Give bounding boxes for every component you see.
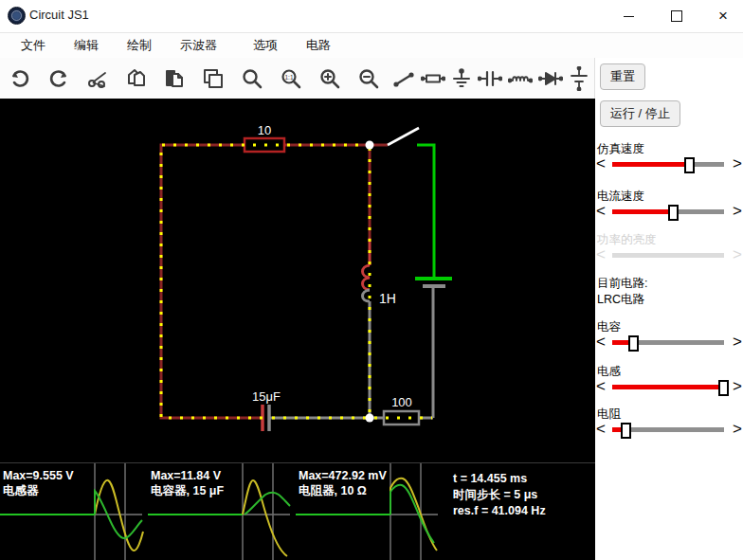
slider-increase-arrow: > <box>733 245 742 264</box>
undo-icon[interactable] <box>7 65 33 92</box>
slider-thumb[interactable] <box>718 380 729 396</box>
zoom-out-icon[interactable] <box>355 65 382 92</box>
slider-decrease-arrow[interactable]: < <box>596 333 606 352</box>
slider-fill <box>612 162 684 167</box>
menu-circuits[interactable]: 电路 <box>299 35 338 56</box>
node-top[interactable] <box>366 141 374 150</box>
scope-1-name: 电感器 <box>3 483 74 498</box>
scope-2-name: 电容器, 15 μF <box>151 483 224 498</box>
scope-1-text: Max=9.555 V 电感器 <box>3 468 74 498</box>
slider-track[interactable] <box>612 385 724 389</box>
scope-2-text: Max=11.84 V 电容器, 15 μF <box>151 468 224 498</box>
scope-3-max: Max=472.92 mV <box>299 468 387 483</box>
menu-options[interactable]: 选项 <box>245 35 285 56</box>
resistor-100-label: 100 <box>391 395 412 409</box>
minimize-icon <box>624 16 634 17</box>
slider-fill <box>612 385 719 389</box>
cut-icon[interactable] <box>84 65 111 92</box>
inductor-label: 1H <box>379 291 396 306</box>
duplicate-icon[interactable] <box>200 65 227 92</box>
menu-edit[interactable]: 编辑 <box>66 35 106 56</box>
slider-decrease-arrow[interactable]: < <box>596 154 606 173</box>
slider-thumb[interactable] <box>628 335 639 352</box>
slider-increase-arrow[interactable]: > <box>733 333 742 352</box>
status-timestep: 时间步长 = 5 μs <box>453 487 546 503</box>
current-circuit-name: LRC电路 <box>597 292 644 308</box>
title-bar: Circuit JS1 × <box>0 0 743 33</box>
power-brightness-slider: <> <box>595 248 743 263</box>
search-icon[interactable] <box>239 65 265 92</box>
maximize-icon <box>671 10 682 22</box>
redo-icon[interactable] <box>45 65 72 92</box>
window-title: Circuit JS1 <box>29 8 89 22</box>
scope-3-text: Max=472.92 mV 电阻器, 10 Ω <box>299 468 387 498</box>
paste-icon[interactable] <box>161 65 188 92</box>
simulation-status: t = 14.455 ms 时间步长 = 5 μs res.f = 41.094… <box>453 471 546 519</box>
sidebar: 重置 运行 / 停止 仿真速度 <> 电流速度 <> 功率的亮度 <> 目前电路… <box>595 58 743 560</box>
svg-text:1:1: 1:1 <box>284 74 293 81</box>
resistance-slider[interactable]: <> <box>595 423 743 438</box>
slider-thumb[interactable] <box>684 157 695 173</box>
voltage-source[interactable] <box>415 145 452 279</box>
slider-track[interactable] <box>612 427 724 432</box>
scope-strip[interactable]: Max=9.555 V 电感器 Max=11.84 V 电容器, 15 μF M… <box>0 462 595 560</box>
capacitor-icon[interactable] <box>477 65 503 92</box>
slider-track <box>612 253 724 258</box>
resistor-100[interactable] <box>384 411 419 425</box>
slider-thumb[interactable] <box>621 423 631 439</box>
maximize-button[interactable] <box>655 0 698 32</box>
inductor-icon[interactable] <box>507 65 534 92</box>
zoom-100-icon[interactable]: 1:1 <box>278 65 304 92</box>
circuit-canvas[interactable]: 10 1H 15μF 100 <box>0 99 595 462</box>
ground-icon[interactable] <box>448 65 475 92</box>
slider-increase-arrow[interactable]: > <box>733 420 742 439</box>
voltage-source-icon[interactable] <box>566 65 592 92</box>
minimize-button[interactable] <box>607 0 650 32</box>
status-resonance: res.f = 41.094 Hz <box>453 503 546 519</box>
slider-decrease-arrow[interactable]: < <box>596 202 606 221</box>
slider-decrease-arrow[interactable]: < <box>596 420 606 439</box>
resistor-icon[interactable] <box>420 65 446 92</box>
menu-file[interactable]: 文件 <box>13 35 53 56</box>
capacitor-label: 15μF <box>252 389 281 404</box>
menu-scopes[interactable]: 示波器 <box>172 35 225 56</box>
app-logo-icon <box>8 7 26 25</box>
close-button[interactable]: × <box>701 0 743 32</box>
slider-increase-arrow[interactable]: > <box>733 154 742 173</box>
resistor-10-label: 10 <box>258 123 271 137</box>
slider-decrease-arrow[interactable]: < <box>596 377 606 396</box>
slider-track[interactable] <box>612 209 724 214</box>
slider-track[interactable] <box>612 162 724 167</box>
current-circuit-label: 目前电路: <box>597 276 647 292</box>
slider-decrease-arrow: < <box>596 245 606 264</box>
slider-increase-arrow[interactable]: > <box>733 202 742 221</box>
diode-icon[interactable] <box>537 65 564 92</box>
current-dots <box>161 145 432 418</box>
slider-fill <box>612 427 621 432</box>
menu-draw[interactable]: 绘制 <box>119 35 159 56</box>
node-bottom[interactable] <box>366 414 374 423</box>
current-speed-slider[interactable]: <> <box>595 205 743 220</box>
toolbar: 1:1 <box>0 58 595 99</box>
slider-increase-arrow[interactable]: > <box>733 377 742 396</box>
inductance-slider[interactable]: <> <box>595 380 743 395</box>
zoom-in-icon[interactable] <box>317 65 343 92</box>
scope-3-name: 电阻器, 10 Ω <box>299 483 387 498</box>
status-time: t = 14.455 ms <box>453 471 546 487</box>
copy-icon[interactable] <box>123 65 150 92</box>
wire-icon[interactable] <box>390 65 417 92</box>
scope-1-max: Max=9.555 V <box>3 468 74 483</box>
run-stop-button[interactable]: 运行 / 停止 <box>600 100 680 127</box>
menu-bar: 文件 编辑 绘制 示波器 选项 电路 <box>0 33 743 59</box>
slider-fill <box>612 209 668 214</box>
reset-button[interactable]: 重置 <box>600 63 645 90</box>
sim-speed-slider[interactable]: <> <box>595 157 743 172</box>
slider-thumb[interactable] <box>668 205 679 221</box>
power-brightness-label: 功率的亮度 <box>597 232 657 248</box>
switch-open[interactable] <box>388 128 419 145</box>
scope-2-max: Max=11.84 V <box>151 468 224 483</box>
wire-red[interactable] <box>161 145 388 418</box>
capacitance-slider[interactable]: <> <box>595 335 743 351</box>
slider-track[interactable] <box>612 340 724 345</box>
slider-fill <box>612 340 628 345</box>
